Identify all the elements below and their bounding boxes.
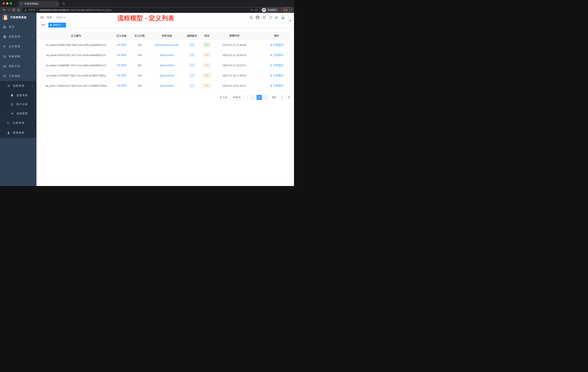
help-icon[interactable]: ? [262, 16, 266, 19]
person-icon [7, 131, 10, 134]
browser-tab-strip: 芋道管理系统 × + [0, 0, 294, 7]
annotation-title: 流程模型 - 定义列表 [117, 14, 174, 22]
tab-close-icon[interactable]: × [56, 2, 57, 5]
browser-update-button[interactable]: 更新 [281, 8, 292, 12]
search-icon[interactable] [250, 16, 253, 19]
tag-label: 首页 [41, 23, 45, 27]
chevron-down-icon [31, 65, 33, 67]
update-label: 更新 [283, 8, 288, 12]
definition-name-link[interactable]: OA 请假 [117, 54, 126, 57]
tag-home[interactable]: 首页 [39, 23, 47, 27]
key-icon[interactable] [250, 8, 253, 11]
chevron-down-icon [31, 122, 33, 124]
sidebar-item-label: 首页 [9, 25, 33, 29]
sidebar-item-process-model[interactable]: 流程模型 [0, 109, 36, 118]
column-header: 部署时间 [215, 32, 254, 40]
svg-text:?: ? [263, 16, 264, 19]
assign-rule-button[interactable]: 分配规则 [270, 54, 284, 57]
browser-tab[interactable]: 芋道管理系统 × [18, 1, 59, 7]
window-minimize-button[interactable] [6, 2, 8, 5]
definition-name-link[interactable]: OA 请假 [117, 43, 126, 47]
kebab-menu-icon[interactable] [289, 9, 290, 11]
dashboard-icon [3, 25, 6, 29]
reload-icon[interactable] [11, 8, 16, 12]
sidebar-item-label: 用户分组 [16, 103, 33, 106]
tag-process-definition[interactable]: 流程定义 × [48, 23, 66, 27]
next-page-button[interactable] [263, 95, 269, 100]
security-label[interactable]: 不安全 [28, 8, 35, 12]
home-icon[interactable] [16, 8, 21, 12]
table-row: oa_leave:3:1fad3d93-7b75-11ec-a3c8-acde4… [40, 60, 290, 70]
page-number-active[interactable]: 1 [257, 95, 262, 100]
definition-name-link[interactable]: OA 请假 [117, 64, 126, 67]
sidebar-item-process-form[interactable]: 流程表单 [0, 91, 36, 100]
column-header: 定义分类 [131, 32, 149, 40]
sidebar-item-label: 流程管理 [13, 84, 29, 88]
form-link[interactable]: /bpm/oa/flow [160, 74, 174, 77]
prev-page-button[interactable] [250, 95, 255, 100]
definition-category: OA [131, 60, 149, 70]
sidebar-item-label: 流程表单 [16, 94, 33, 97]
breadcrumb: 首页 / 流程定义 [47, 16, 66, 19]
bookmark-star-icon[interactable] [255, 8, 258, 11]
briefcase-icon [3, 75, 6, 78]
sidebar-item-task-management[interactable]: 任务管理 [0, 118, 36, 128]
sidebar-item-home[interactable]: 首页 [0, 22, 36, 32]
sidebar-item-label: 研发工具 [9, 65, 29, 68]
window-close-button[interactable] [2, 2, 5, 5]
back-icon[interactable] [2, 8, 7, 12]
sidebar-item-workflow[interactable]: 工作流程 [0, 71, 36, 81]
github-icon[interactable] [256, 16, 259, 19]
gear-icon [3, 35, 6, 38]
assign-rule-button[interactable]: 分配规则 [270, 74, 284, 77]
yen-icon: ¥ [3, 45, 6, 48]
fullscreen-icon[interactable] [269, 16, 272, 19]
sidebar-item-dev-tools[interactable]: 研发工具 [0, 61, 36, 71]
table-row: oa_leave:2:3c1f0ef1-76b1-11ec-9c66-a2380… [40, 70, 290, 81]
sidebar-fold-icon[interactable] [39, 16, 44, 19]
form-link[interactable]: /bpm/oa/flow [160, 54, 174, 57]
sidebar-item-label: 请假查询 [13, 131, 33, 134]
address-bar[interactable]: 不安全 dashboard.yudao.iocoder.cn /bpm/mana… [22, 8, 260, 12]
font-size-icon[interactable]: tT [275, 16, 278, 19]
definition-name-link[interactable]: OA 请假 [117, 84, 126, 87]
incognito-icon [262, 8, 266, 12]
goto-page-input[interactable] [278, 95, 286, 100]
breadcrumb-home[interactable]: 首页 [47, 16, 52, 19]
version-badge: v4 [189, 53, 195, 57]
user-avatar-broken-image[interactable] [281, 15, 289, 23]
security-warning-icon[interactable] [24, 9, 27, 11]
tab-title: 芋道管理系统 [24, 2, 54, 5]
chevron-up-icon [31, 75, 33, 77]
sidebar-item-leave-query[interactable]: 请假查询 [0, 128, 36, 138]
tag-close-icon[interactable]: × [63, 24, 64, 26]
form-link[interactable]: /bpm/oa/leave/create [155, 44, 179, 46]
assign-rule-button[interactable]: 分配规则 [270, 43, 284, 47]
form-link[interactable]: /bpm/oa/flow [160, 84, 174, 87]
sidebar-item-process-management[interactable]: 流程管理 [0, 81, 36, 91]
sidebar-item-label: 流程模型 [16, 112, 33, 115]
sidebar-item-label: 任务管理 [13, 121, 29, 125]
definition-table: 定义编号 定义名称 定义分类 表单信息 流程版本 状态 部署时间 操作 oa_l… [40, 32, 290, 91]
new-tab-button[interactable]: + [62, 1, 66, 6]
definition-name-link[interactable]: OA 请假 [117, 74, 126, 77]
sidebar-item-system-management[interactable]: 系统管理 [0, 32, 36, 42]
avatar-dropdown-caret-icon[interactable] [289, 20, 291, 21]
sidebar-item-label: 基础设施 [9, 55, 29, 58]
sidebar-item-user-group[interactable]: 用户分组 [0, 100, 36, 109]
form-link[interactable]: /bpm/oa/flow [160, 64, 174, 67]
sidebar-item-payment-management[interactable]: ¥ 支付管理 [0, 42, 36, 52]
goto-label: 前往 [272, 96, 277, 99]
window-zoom-button[interactable] [10, 2, 12, 5]
definition-category: OA [131, 40, 149, 50]
version-badge: v2 [189, 73, 195, 78]
goto-unit-label: 页 [288, 96, 290, 99]
sidebar-item-infrastructure[interactable]: 基础设施 [0, 52, 36, 61]
assign-rule-button[interactable]: 分配规则 [270, 84, 284, 87]
sidebar-logo[interactable]: 芋道管理系统 [0, 13, 36, 22]
page-size-select[interactable]: 10条/页 [230, 95, 248, 100]
forward-icon[interactable] [7, 8, 11, 12]
pagination-total: 共 5 条 [220, 96, 227, 99]
assign-rule-button[interactable]: 分配规则 [270, 64, 284, 67]
browser-window: 芋道管理系统 × + 不安全 dashboard.yudao.iocoder.c… [0, 0, 294, 186]
